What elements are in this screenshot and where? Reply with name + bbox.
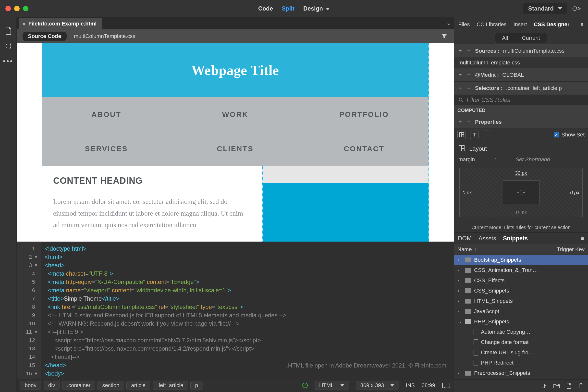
snippets-list[interactable]: ›Bootstrap_Snippets›CSS_Animation_&_Tran… (454, 255, 588, 379)
tab-snippets[interactable]: Snippets (503, 235, 528, 242)
snippet-item[interactable]: ›Bootstrap_Snippets (454, 255, 588, 265)
computed-header[interactable]: COMPUTED (454, 105, 588, 115)
view-split-tab[interactable]: Split (282, 5, 294, 12)
preview-in-browser-icon[interactable] (442, 382, 450, 389)
filter-icon[interactable] (440, 32, 448, 40)
snippet-item[interactable]: ›JavaScript (454, 306, 588, 316)
panel-tab-cclibraries[interactable]: CC Libraries (476, 21, 506, 28)
remove-selector-icon[interactable]: − (466, 85, 472, 92)
show-set-checkbox[interactable]: ✓ (554, 132, 559, 138)
margin-left-value[interactable]: 0 px (462, 190, 472, 196)
text-category-icon[interactable]: T (470, 130, 478, 139)
add-media-icon[interactable]: + (458, 72, 463, 78)
current-button[interactable]: Current (515, 33, 547, 43)
snippets-header[interactable]: Name ↑ Trigger Key (454, 244, 588, 255)
new-snippet-icon[interactable] (566, 383, 572, 389)
disclosure-icon[interactable]: › (458, 257, 462, 263)
panel-tab-files[interactable]: Files (458, 21, 470, 28)
snippet-item[interactable]: PHP Redirect (454, 358, 588, 368)
all-button[interactable]: All (495, 33, 515, 43)
link-margins-icon[interactable] (503, 180, 540, 205)
layout-category-icon[interactable] (458, 130, 466, 139)
overflow-icon[interactable]: » (447, 21, 454, 30)
minimize-window-button[interactable] (14, 6, 20, 11)
remove-media-icon[interactable]: − (466, 72, 472, 78)
maximize-window-button[interactable] (23, 6, 28, 11)
breadcrumb-chip[interactable]: .left_article (153, 381, 188, 390)
manage-sites-icon[interactable] (4, 42, 12, 50)
add-property-icon[interactable]: + (458, 119, 463, 125)
tab-dom[interactable]: DOM (458, 235, 472, 242)
disclosure-icon[interactable]: › (458, 277, 462, 284)
sync-settings-icon[interactable] (572, 5, 582, 12)
margin-box-editor[interactable]: 30 px 0 px 0 px 15 px (460, 168, 582, 217)
breadcrumb-chip[interactable]: .container (62, 381, 95, 390)
disclosure-icon[interactable]: › (458, 288, 462, 294)
add-source-icon[interactable]: + (458, 48, 463, 54)
disclosure-icon[interactable]: › (458, 308, 462, 314)
disclosure-icon[interactable]: ⌄ (458, 318, 462, 325)
snippet-item[interactable]: ›CSS_Snippets (454, 286, 588, 296)
live-preview[interactable]: Webpage Title ABOUT WORK PORTFOLIO SERVI… (17, 43, 454, 242)
snippet-item[interactable]: ›HTML_Snippets (454, 296, 588, 306)
disclosure-icon[interactable] (458, 329, 462, 335)
media-section[interactable]: + − @Media : GLOBAL (454, 68, 588, 81)
disclosure-icon[interactable]: › (458, 267, 462, 274)
snippet-item[interactable]: Automatic Copyrig… (454, 327, 588, 337)
disclosure-icon[interactable] (458, 349, 462, 356)
panel-tab-cssdesigner[interactable]: CSS Designer (534, 21, 570, 28)
more-icon[interactable]: ••• (4, 57, 12, 65)
source-item[interactable]: multiColumnTemplate.css (454, 57, 588, 68)
set-shorthand[interactable]: Set Shorthand (516, 156, 550, 163)
code-view[interactable]: 1 2▼3▼4 5 6 7 8 9 10 11▼12 13 14 15 16▼1… (17, 242, 454, 379)
breadcrumb-chip[interactable]: p (190, 381, 202, 390)
bottom-panel-menu-icon[interactable]: ≡ (581, 235, 584, 242)
snippet-item[interactable]: ›CSS_Animation_&_Tran… (454, 265, 588, 276)
view-code-tab[interactable]: Code (258, 5, 273, 12)
window-size-select[interactable]: 869 x 393 (356, 381, 399, 390)
doc-type-select[interactable]: HTML (314, 381, 349, 390)
document-tab[interactable]: × FileInfo.com Example.html (19, 18, 102, 30)
disclosure-icon[interactable]: › (458, 370, 462, 376)
add-selector-icon[interactable]: + (458, 85, 463, 92)
more-category-icon[interactable]: ⋯ (483, 130, 491, 139)
workspace-switcher[interactable]: Standard (523, 3, 567, 14)
file-icon[interactable] (4, 27, 12, 35)
new-snippet-folder-icon[interactable] (553, 383, 560, 388)
disclosure-icon[interactable]: › (458, 298, 462, 304)
breadcrumb-chip[interactable]: body (20, 381, 41, 390)
disclosure-icon[interactable] (458, 360, 462, 366)
remove-source-icon[interactable]: − (466, 48, 472, 54)
disclosure-icon[interactable] (458, 339, 462, 346)
close-tab-icon[interactable]: × (22, 21, 26, 27)
remove-property-icon[interactable]: − (466, 119, 472, 125)
breadcrumb-chip[interactable]: article (126, 381, 150, 390)
view-design-tab[interactable]: Design (303, 5, 330, 12)
snippet-item[interactable]: Change date format (454, 337, 588, 348)
breadcrumb-chip[interactable]: div (44, 381, 60, 390)
margin-bottom-value[interactable]: 15 px (515, 210, 527, 215)
filter-css-input[interactable]: Filter CSS Rules (454, 94, 588, 105)
snippet-item[interactable]: ›Preprocessor_Snippets (454, 368, 588, 378)
source-code-pill[interactable]: Source Code (22, 32, 67, 41)
properties-section[interactable]: + − Properties (454, 115, 588, 128)
code-lines[interactable]: <!doctype html><html><head> <meta charse… (41, 242, 454, 379)
snippet-item[interactable]: Create URL slug fro… (454, 348, 588, 358)
margin-top-value[interactable]: 30 px (515, 170, 527, 176)
snippet-item[interactable]: ›CSS_Effects (454, 276, 588, 286)
related-css-file[interactable]: multiColumnTemplate.css (74, 33, 136, 40)
delete-snippet-icon[interactable] (578, 383, 584, 389)
insert-snippet-icon[interactable] (540, 383, 547, 389)
tag-selector-breadcrumb[interactable]: bodydiv.containersectionarticle.left_art… (20, 381, 203, 390)
margin-right-value[interactable]: 0 px (570, 190, 580, 196)
close-window-button[interactable] (6, 6, 11, 11)
tab-assets[interactable]: Assets (478, 235, 496, 242)
snippet-item[interactable]: ⌄PHP_Snippets (454, 316, 588, 327)
breadcrumb-chip[interactable]: section (98, 381, 124, 390)
panel-tab-insert[interactable]: Insert (514, 21, 527, 28)
sources-section[interactable]: + − Sources : multiColumnTemplate.css (454, 44, 588, 57)
no-errors-icon[interactable]: ✓ (302, 383, 308, 388)
selectors-section[interactable]: + − Selectors : .container .left_article… (454, 81, 588, 94)
panel-menu-icon[interactable]: ≡ (580, 21, 584, 28)
svg-rect-5 (462, 132, 464, 134)
